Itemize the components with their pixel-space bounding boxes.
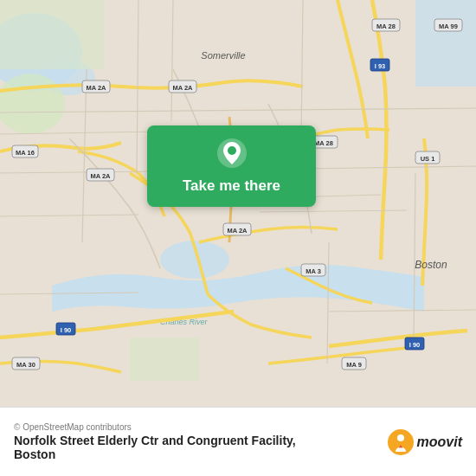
svg-text:MA 9: MA 9 [346, 361, 362, 369]
svg-point-58 [397, 434, 404, 441]
svg-text:I 90: I 90 [61, 326, 72, 334]
svg-text:MA 28: MA 28 [376, 23, 396, 30]
svg-rect-5 [415, 0, 476, 87]
svg-text:MA 3: MA 3 [306, 267, 321, 275]
svg-text:US 1: US 1 [421, 155, 435, 163]
svg-text:MA 30: MA 30 [16, 361, 35, 369]
svg-text:MA 16: MA 16 [16, 149, 35, 157]
location-pin-icon [216, 138, 248, 169]
svg-text:MA 28: MA 28 [314, 139, 333, 147]
footer-info: © OpenStreetMap contributors Norfolk Str… [14, 422, 296, 461]
svg-text:MA 2A: MA 2A [172, 84, 193, 92]
moovit-brand-text: moovit [417, 434, 462, 450]
location-name: Norfolk Street Elderly Ctr and Congruent… [14, 434, 296, 461]
svg-point-57 [228, 146, 236, 155]
moovit-logo: moovit [388, 429, 462, 455]
cta-button-container: Take me there [147, 125, 316, 207]
svg-text:I 93: I 93 [375, 62, 386, 70]
svg-text:Boston: Boston [415, 259, 447, 271]
cta-button-label: Take me there [183, 177, 280, 195]
svg-rect-8 [130, 338, 199, 381]
moovit-icon [388, 429, 414, 455]
footer: © OpenStreetMap contributors Norfolk Str… [0, 407, 476, 476]
moovit-icon-svg [391, 433, 410, 452]
map-view: Charles River [0, 0, 476, 407]
svg-text:MA 2A: MA 2A [86, 84, 106, 92]
take-me-there-button[interactable]: Take me there [147, 125, 316, 207]
svg-text:MA 99: MA 99 [439, 23, 458, 30]
svg-rect-6 [0, 0, 104, 69]
svg-text:MA 2A: MA 2A [227, 227, 248, 235]
svg-text:Somerville: Somerville [201, 50, 245, 61]
svg-text:I 90: I 90 [409, 341, 421, 349]
svg-text:MA 2A: MA 2A [90, 172, 111, 180]
osm-attribution: © OpenStreetMap contributors [14, 422, 296, 432]
